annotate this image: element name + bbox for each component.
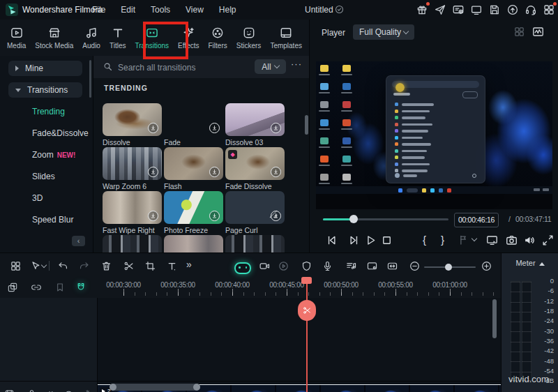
transition-card[interactable]: Fast Wipe Right xyxy=(103,191,162,234)
transition-thumbnail[interactable] xyxy=(103,147,162,180)
fullscreen-icon[interactable] xyxy=(541,234,555,247)
tab-filters[interactable]: Filters xyxy=(206,20,230,56)
sidebar-group-transitions[interactable]: Transitions xyxy=(8,82,82,98)
transition-thumbnail[interactable] xyxy=(103,103,162,136)
mark-out-icon[interactable]: } xyxy=(441,234,444,246)
share-icon[interactable] xyxy=(434,3,446,16)
bookmark-icon[interactable] xyxy=(54,282,66,293)
text-tool-icon[interactable] xyxy=(166,260,178,272)
sidebar-item-speed-blur[interactable]: Speed Blur xyxy=(32,212,73,227)
zoom-in-icon[interactable] xyxy=(481,260,492,272)
timeline-zoom-handle[interactable] xyxy=(445,264,452,271)
fitbox-icon[interactable] xyxy=(386,260,398,272)
film-icon[interactable] xyxy=(4,389,15,392)
speaker-icon[interactable] xyxy=(523,234,536,247)
play-icon[interactable] xyxy=(364,234,377,247)
download-icon[interactable] xyxy=(209,211,220,221)
menu-help[interactable]: Help xyxy=(219,5,236,15)
video-scope-icon[interactable] xyxy=(531,25,545,38)
multi-view-icon[interactable] xyxy=(513,26,525,38)
upload-icon[interactable] xyxy=(506,3,519,16)
camera-icon[interactable] xyxy=(505,234,518,247)
mask-tool-icon[interactable] xyxy=(234,262,251,274)
download-icon[interactable] xyxy=(271,167,281,177)
screenrec-icon[interactable] xyxy=(366,260,378,272)
download-icon[interactable] xyxy=(209,167,220,177)
download-icon[interactable] xyxy=(148,211,158,221)
lock-icon[interactable] xyxy=(27,389,37,392)
library-scrollbar[interactable] xyxy=(305,115,308,135)
transition-thumbnail[interactable] xyxy=(164,147,223,180)
download-icon[interactable] xyxy=(271,123,281,133)
mic-icon[interactable] xyxy=(322,260,333,272)
tab-audio[interactable]: Audio xyxy=(80,20,103,56)
playhead-cut-button[interactable] xyxy=(298,300,316,321)
transition-card[interactable]: Fade Dissolve xyxy=(225,147,285,190)
undo-icon[interactable] xyxy=(57,260,69,272)
playhead-head[interactable] xyxy=(301,277,312,284)
video-preview[interactable] xyxy=(316,61,552,209)
download-icon[interactable] xyxy=(271,211,281,221)
filter-dropdown[interactable]: All xyxy=(255,59,286,74)
quality-dropdown[interactable]: Full Quality xyxy=(353,24,414,40)
transition-card[interactable] xyxy=(164,235,223,252)
tab-stock-media[interactable]: Stock Media xyxy=(32,20,76,56)
download-icon[interactable] xyxy=(209,123,220,133)
sidebar-item-fade-dissolve[interactable]: Fade&Dissolve xyxy=(32,126,89,141)
playcircle-icon[interactable] xyxy=(278,260,289,272)
layersplus-icon[interactable] xyxy=(7,282,18,293)
stepfwd-icon[interactable] xyxy=(347,234,361,247)
meter-title[interactable]: Meter xyxy=(502,259,558,267)
redo-icon[interactable] xyxy=(78,260,90,272)
transition-thumbnail[interactable] xyxy=(225,103,285,136)
download-icon[interactable] xyxy=(148,123,158,133)
more-tools-icon[interactable]: » xyxy=(186,259,192,270)
layout-icon[interactable] xyxy=(543,3,555,16)
speaker-icon[interactable] xyxy=(45,389,55,392)
transition-card[interactable]: Photo Freeze xyxy=(164,191,223,234)
gift-icon[interactable] xyxy=(416,3,428,16)
menu-view[interactable]: View xyxy=(186,5,204,15)
toolbar-layout-icon[interactable] xyxy=(10,260,22,272)
eye-icon[interactable] xyxy=(63,389,74,392)
collapse-panel-button[interactable] xyxy=(72,236,85,246)
transition-thumbnail[interactable] xyxy=(164,191,223,224)
project-title[interactable]: Untitled xyxy=(305,5,333,15)
marker-icon[interactable] xyxy=(458,234,470,246)
tab-templates[interactable]: Templates xyxy=(267,20,305,56)
download-icon[interactable] xyxy=(148,167,158,177)
headset-icon[interactable] xyxy=(525,3,537,16)
transition-thumbnail[interactable] xyxy=(103,191,162,224)
transition-thumbnail[interactable] xyxy=(225,147,285,180)
sidebar-item-slides[interactable]: Slides xyxy=(32,169,55,184)
timeline-vertical-scrollbar[interactable] xyxy=(492,299,497,338)
more-options-button[interactable]: ··· xyxy=(291,59,302,69)
transition-card[interactable]: Fade xyxy=(164,103,223,146)
transition-card[interactable]: Dissolve xyxy=(103,103,162,146)
monitor-icon[interactable] xyxy=(470,3,483,16)
sidebar-item-3d[interactable]: 3D xyxy=(32,190,43,206)
sidebar-item-zoom[interactable]: ZoomNEW! xyxy=(32,147,75,163)
shield-icon[interactable] xyxy=(301,260,312,272)
monitorplay-icon[interactable] xyxy=(485,234,499,247)
wand-icon[interactable] xyxy=(81,389,91,392)
chevron-down-icon[interactable] xyxy=(472,236,477,241)
menu-edit[interactable]: Edit xyxy=(121,5,135,15)
sidebar-item-trending[interactable]: Trending xyxy=(32,104,65,119)
transition-thumbnail[interactable] xyxy=(164,103,223,136)
stop-icon[interactable] xyxy=(380,234,393,247)
pointer-icon[interactable] xyxy=(29,260,41,272)
link-icon[interactable] xyxy=(31,282,42,293)
menu-tools[interactable]: Tools xyxy=(151,5,170,15)
tab-titles[interactable]: Titles xyxy=(107,20,129,56)
transition-card[interactable]: Dissolve 03 xyxy=(225,103,285,146)
timeline-horizontal-scrollbar[interactable] xyxy=(110,384,200,391)
sidebar-group-mine[interactable]: Mine xyxy=(8,61,82,76)
mark-in-icon[interactable]: { xyxy=(423,234,426,246)
transition-card[interactable] xyxy=(103,235,162,252)
menu-file[interactable]: File xyxy=(92,5,105,15)
zoom-out-icon[interactable] xyxy=(409,260,421,272)
transition-thumbnail[interactable] xyxy=(225,191,285,224)
seek-handle[interactable] xyxy=(349,215,358,223)
export-icon[interactable] xyxy=(452,3,465,16)
